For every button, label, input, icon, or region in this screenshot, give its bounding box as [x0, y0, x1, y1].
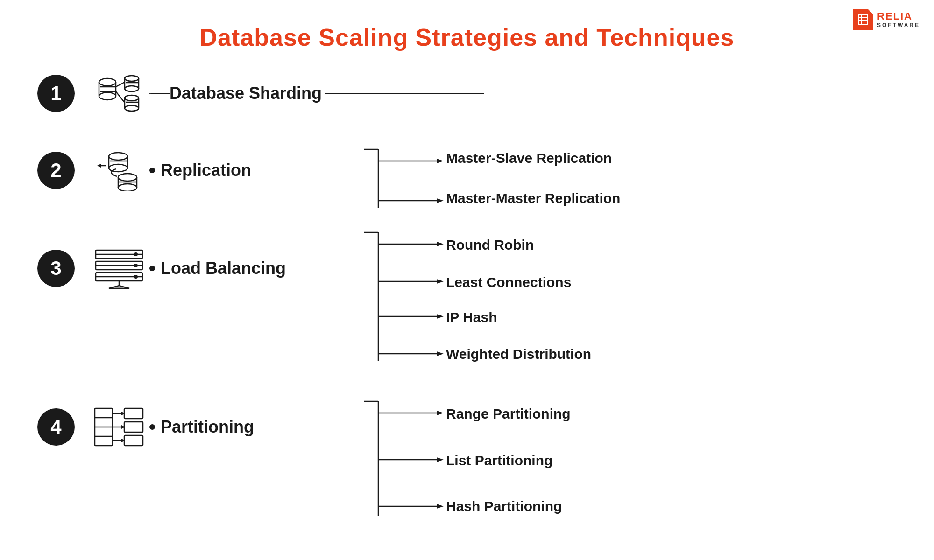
icon-partitioning	[89, 406, 149, 448]
svg-marker-79	[437, 457, 444, 462]
hline-1-left	[151, 93, 170, 94]
badge-2: 2	[37, 152, 75, 189]
sub-part-3: Hash Partitioning	[446, 498, 562, 514]
svg-line-21	[116, 91, 125, 103]
badge-4: 4	[37, 408, 75, 446]
logo-icon	[853, 9, 873, 30]
label-group-1: Database Sharding	[149, 84, 484, 103]
svg-marker-0	[858, 15, 868, 24]
logo: RELIA SOFTWARE	[853, 9, 920, 30]
sub-lb-2: Least Connections	[446, 274, 571, 290]
svg-rect-66	[124, 408, 143, 419]
svg-point-7	[99, 92, 116, 100]
strategy-row-2: 2 Replication	[37, 149, 251, 191]
strategy-row-3: 3 Load Balancing	[37, 247, 286, 289]
sub-part-2: List Partitioning	[446, 453, 552, 469]
sub-lb-1: Round Robin	[446, 237, 534, 253]
sub-lb-4: Weighted Distribution	[446, 346, 591, 362]
logo-brand: RELIA	[877, 11, 920, 22]
svg-point-18	[125, 105, 139, 111]
svg-marker-33	[97, 164, 101, 168]
svg-point-48	[134, 275, 138, 279]
svg-marker-38	[437, 198, 444, 203]
svg-point-25	[109, 164, 127, 172]
svg-marker-56	[437, 279, 444, 284]
icon-sharding	[89, 72, 149, 114]
badge-1: 1	[37, 75, 75, 112]
sub-replication-2: Master-Master Replication	[446, 190, 620, 206]
icon-replication	[89, 149, 149, 191]
label-4: Partitioning	[161, 417, 254, 437]
svg-rect-67	[124, 422, 143, 432]
badge-3: 3	[37, 250, 75, 287]
svg-point-27	[118, 174, 137, 181]
hline-1-right	[325, 93, 484, 94]
logo-svg	[856, 13, 870, 26]
page-title: Database Scaling Strategies and Techniqu…	[0, 0, 934, 51]
svg-marker-58	[437, 314, 444, 319]
svg-marker-60	[437, 351, 444, 356]
label-3: Load Balancing	[161, 259, 286, 278]
logo-sub: SOFTWARE	[877, 22, 920, 28]
logo-text: RELIA SOFTWARE	[877, 11, 920, 28]
tree-replication	[364, 135, 691, 219]
label-1: Database Sharding	[170, 84, 322, 103]
svg-marker-54	[437, 242, 444, 246]
svg-marker-77	[437, 411, 444, 415]
sub-part-1: Range Partitioning	[446, 406, 571, 422]
svg-point-15	[125, 95, 139, 101]
svg-point-13	[125, 86, 139, 91]
svg-point-10	[125, 76, 139, 81]
strategy-row-4: 4 Partitioning	[37, 406, 254, 448]
label-group-4: Partitioning	[149, 417, 254, 437]
dot-2	[149, 168, 155, 173]
svg-marker-81	[437, 504, 444, 509]
svg-line-20	[116, 82, 125, 87]
svg-point-4	[99, 78, 116, 86]
svg-rect-68	[124, 435, 143, 446]
sub-replication-1: Master-Slave Replication	[446, 150, 612, 166]
svg-point-22	[109, 153, 127, 160]
label-group-2: Replication	[149, 161, 251, 180]
dot-4	[149, 424, 155, 430]
icon-load-balancing	[89, 247, 149, 289]
dot-3	[149, 266, 155, 271]
svg-point-47	[134, 264, 138, 267]
sub-lb-3: IP Hash	[446, 309, 497, 325]
svg-marker-36	[437, 159, 444, 163]
svg-point-46	[134, 252, 138, 256]
label-2: Replication	[161, 161, 251, 180]
strategy-row-1: 1 D	[37, 72, 484, 114]
svg-point-30	[118, 184, 137, 191]
label-group-3: Load Balancing	[149, 259, 286, 278]
